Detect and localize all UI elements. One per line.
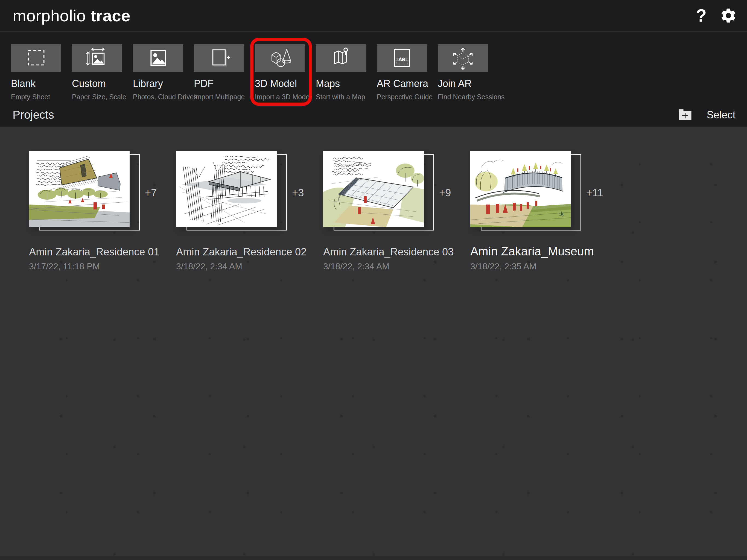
tile-sublabel: Find Nearby Sessions <box>438 93 488 101</box>
tile-label: Join AR <box>438 78 488 90</box>
svg-text:AR: AR <box>398 57 406 62</box>
custom-size-iconbox <box>72 44 122 72</box>
project-date: 3/18/22, 2:34 AM <box>176 261 242 272</box>
project-name: Amin Zakaria_Museum <box>470 245 594 258</box>
tile-label: Library <box>133 78 183 90</box>
project-card-amin-zakaria-residence-03[interactable]: +9 Amin Zakaria_Residence 03 3/18/22, 2:… <box>323 151 424 277</box>
join-ar-icon <box>447 47 479 70</box>
project-card-amin-zakaria-museum[interactable]: +11 Amin Zakaria_Museum 3/18/22, 2:35 AM <box>470 151 571 277</box>
projects-header-row: Projects Select <box>0 103 747 127</box>
app-logo: morpholio trace <box>12 6 130 25</box>
app-logo-bold: trace <box>91 6 130 25</box>
new-sheet-strip: Blank Empty Sheet Custom Paper Size, Sca… <box>0 32 747 127</box>
gear-icon <box>720 7 737 24</box>
residence-02-sketch[interactable] <box>176 151 277 227</box>
project-name: Amin Zakaria_Residence 01 <box>29 246 159 258</box>
tile-label: Blank <box>11 78 61 90</box>
museum-sketch <box>470 151 571 227</box>
project-cards: +7 Amin Zakaria_Residence 01 3/17/22, 11… <box>29 151 571 277</box>
residence-01-sketch[interactable] <box>29 151 130 227</box>
tile-pdf[interactable]: PDF Import Multipage <box>194 44 244 101</box>
residence-03-sketch <box>323 151 424 227</box>
extra-sheets-count: +7 <box>145 187 157 199</box>
tile-sublabel: Paper Size, Scale <box>72 93 122 101</box>
ar-camera-icon: AR <box>386 47 418 70</box>
tile-sublabel: Import a 3D Model <box>255 93 305 101</box>
settings-button[interactable] <box>720 7 737 24</box>
extra-sheets-count: +9 <box>439 187 451 199</box>
tile-sublabel: Photos, Cloud Drives <box>133 93 183 101</box>
residence-02-sketch <box>176 151 277 227</box>
extra-sheets-count: +11 <box>586 187 603 199</box>
tile-custom[interactable]: Custom Paper Size, Scale <box>72 44 122 101</box>
tile-3d-model[interactable]: 3D Model Import a 3D Model <box>255 44 305 101</box>
app-logo-light: morpholio <box>12 6 86 25</box>
tile-ar-camera[interactable]: AR AR Camera Perspective Guide <box>377 44 427 101</box>
tile-label: PDF <box>194 78 244 90</box>
help-icon[interactable]: ? <box>696 7 706 24</box>
add-project-button[interactable] <box>677 108 693 121</box>
tile-sublabel: Perspective Guide <box>377 93 427 101</box>
residence-03-sketch[interactable] <box>323 151 424 227</box>
pdf-import-iconbox <box>194 44 244 72</box>
select-button[interactable]: Select <box>706 109 736 121</box>
maps-icon <box>325 47 357 70</box>
photo-library-iconbox <box>133 44 183 72</box>
tile-sublabel: Import Multipage <box>194 93 244 101</box>
tile-label: Custom <box>72 78 122 90</box>
projects-title: Projects <box>12 108 54 121</box>
tile-library[interactable]: Library Photos, Cloud Drives <box>133 44 183 101</box>
photo-library-icon <box>142 47 174 70</box>
custom-size-icon <box>81 47 113 70</box>
tile-label: 3D Model <box>255 78 305 90</box>
projects-grid-area: +7 Amin Zakaria_Residence 01 3/17/22, 11… <box>0 127 747 560</box>
3d-model-iconbox <box>255 44 305 72</box>
tile-join-ar[interactable]: Join AR Find Nearby Sessions <box>438 44 488 101</box>
project-date: 3/18/22, 2:35 AM <box>470 261 537 272</box>
3d-model-icon <box>264 47 296 70</box>
project-date: 3/17/22, 11:18 PM <box>29 261 100 272</box>
blank-sheet-icon <box>20 47 52 70</box>
project-date: 3/18/22, 2:34 AM <box>323 261 389 272</box>
residence-01-sketch <box>29 151 130 227</box>
pdf-import-icon <box>203 47 235 70</box>
top-bar: morpholio trace ? <box>0 0 747 32</box>
maps-iconbox <box>316 44 366 72</box>
museum-sketch[interactable] <box>470 151 571 227</box>
project-name: Amin Zakaria_Residence 03 <box>323 246 454 258</box>
project-card-amin-zakaria-residence-02[interactable]: +3 Amin Zakaria_Residence 02 3/18/22, 2:… <box>176 151 277 277</box>
projects-header-actions: Select <box>677 108 736 121</box>
join-ar-iconbox <box>438 44 488 72</box>
tile-label: AR Camera <box>377 78 427 90</box>
folder-plus-icon <box>677 108 693 121</box>
extra-sheets-count: +3 <box>292 187 304 199</box>
new-sheet-tiles: Blank Empty Sheet Custom Paper Size, Sca… <box>11 44 488 101</box>
ar-camera-iconbox: AR <box>377 44 427 72</box>
project-card-amin-zakaria-residence-01[interactable]: +7 Amin Zakaria_Residence 01 3/17/22, 11… <box>29 151 130 277</box>
tile-label: Maps <box>316 78 366 90</box>
blank-sheet-iconbox <box>11 44 61 72</box>
tile-sublabel: Empty Sheet <box>11 93 61 101</box>
tile-blank[interactable]: Blank Empty Sheet <box>11 44 61 101</box>
topbar-actions: ? <box>696 7 737 24</box>
tile-maps[interactable]: Maps Start with a Map <box>316 44 366 101</box>
tile-sublabel: Start with a Map <box>316 93 366 101</box>
project-name: Amin Zakaria_Residence 02 <box>176 246 307 258</box>
bottom-edge-strip <box>0 556 747 560</box>
